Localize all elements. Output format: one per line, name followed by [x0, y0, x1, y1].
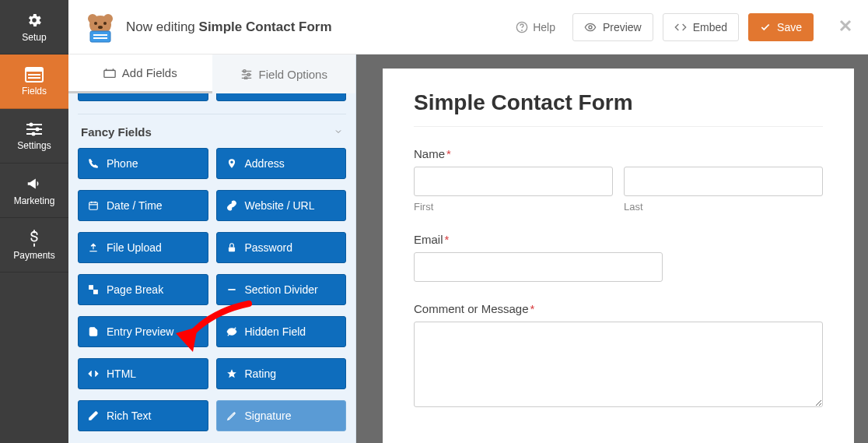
nav-setup-label: Setup [22, 32, 46, 43]
bullhorn-icon [26, 175, 43, 192]
field-file-upload[interactable]: File Upload [78, 232, 208, 263]
calendar-icon [88, 200, 99, 211]
svg-rect-24 [104, 70, 115, 77]
link-icon [226, 200, 237, 211]
help-link[interactable]: Help [508, 21, 563, 33]
save-button[interactable]: Save [748, 13, 814, 41]
field-prev-1[interactable] [78, 93, 208, 101]
eye-off-icon [226, 326, 237, 337]
page-break-icon [88, 284, 99, 295]
field-name[interactable]: Name* First Last [414, 147, 823, 213]
field-entry-preview[interactable]: Entry Preview [78, 316, 208, 347]
svg-rect-42 [94, 290, 98, 294]
field-datetime[interactable]: Date / Time [78, 190, 208, 221]
svg-rect-34 [89, 202, 98, 209]
field-html[interactable]: HTML [78, 358, 208, 389]
left-nav: Setup Fields Settings Marketing Payments [0, 0, 68, 443]
panel-tabs: Add Fields Field Options [68, 54, 355, 93]
svg-point-14 [103, 22, 107, 25]
svg-point-7 [36, 127, 40, 131]
nav-fields[interactable]: Fields [0, 54, 68, 109]
gear-icon [26, 12, 43, 29]
form-title: Simple Contact Form [414, 90, 823, 115]
sliders-icon [26, 121, 43, 137]
fields-panel: Add Fields Field Options Fancy Fields [68, 54, 356, 443]
input-first-name[interactable] [414, 167, 613, 196]
input-comment[interactable] [414, 322, 823, 407]
field-section-divider[interactable]: Section Divider [216, 274, 347, 305]
edit-icon [88, 410, 99, 421]
pencil-icon [226, 410, 237, 421]
input-last-name[interactable] [624, 167, 823, 196]
input-email[interactable] [414, 252, 663, 282]
code-icon [674, 21, 687, 33]
svg-marker-48 [227, 369, 236, 378]
sublabel-last: Last [624, 201, 823, 213]
field-signature[interactable]: Signature [216, 400, 347, 431]
field-comment-label: Comment or Message* [414, 302, 823, 315]
nav-fields-label: Fields [22, 86, 47, 97]
field-phone[interactable]: Phone [78, 148, 208, 179]
canvas-gutter [356, 54, 383, 443]
dollar-icon [26, 230, 42, 247]
field-address[interactable]: Address [216, 148, 347, 179]
header: Now editing Simple Contact Form Help Pre… [68, 0, 868, 54]
nav-settings-label: Settings [17, 140, 51, 151]
nav-settings[interactable]: Settings [0, 109, 68, 163]
field-email[interactable]: Email* [414, 233, 823, 282]
field-comment[interactable]: Comment or Message* [414, 302, 823, 410]
field-page-break[interactable]: Page Break [78, 274, 208, 305]
doc-icon [88, 326, 99, 337]
sublabel-first: First [414, 201, 613, 213]
nav-payments-label: Payments [13, 250, 54, 261]
help-icon [516, 21, 528, 33]
form-preview-area: Simple Contact Form Name* First [383, 54, 868, 443]
minus-icon [226, 284, 237, 295]
field-rich-text[interactable]: Rich Text [78, 400, 208, 431]
svg-rect-1 [26, 68, 43, 72]
svg-point-15 [98, 26, 103, 29]
svg-rect-40 [228, 247, 234, 251]
pin-icon [226, 158, 237, 169]
chevron-down-icon [334, 125, 343, 139]
category-fancy-fields[interactable]: Fancy Fields [78, 114, 346, 148]
nav-payments[interactable]: Payments [0, 218, 68, 272]
svg-point-5 [30, 122, 33, 126]
field-url[interactable]: Website / URL [216, 190, 347, 221]
field-password[interactable]: Password [216, 232, 347, 263]
nav-setup[interactable]: Setup [0, 0, 68, 54]
embed-button[interactable]: Embed [663, 13, 739, 41]
phone-icon [88, 158, 99, 169]
svg-point-21 [589, 26, 592, 29]
field-rating[interactable]: Rating [216, 358, 347, 389]
eye-icon [584, 21, 597, 33]
preview-button[interactable]: Preview [572, 13, 653, 41]
fields-icon [25, 67, 44, 83]
svg-point-9 [32, 132, 36, 135]
form-canvas[interactable]: Simple Contact Form Name* First [383, 69, 854, 443]
nav-marketing[interactable]: Marketing [0, 163, 68, 218]
logo [84, 11, 117, 44]
close-icon [838, 19, 852, 33]
bear-logo-icon [84, 11, 117, 44]
svg-point-13 [94, 22, 97, 25]
svg-rect-41 [89, 286, 93, 290]
svg-rect-16 [90, 31, 110, 42]
check-icon [760, 22, 771, 33]
field-prev-2[interactable] [216, 93, 347, 101]
close-button[interactable] [838, 19, 852, 35]
lock-icon [226, 242, 237, 253]
code-icon [88, 368, 99, 379]
tab-add-fields[interactable]: Add Fields [68, 54, 212, 93]
upload-icon [88, 242, 99, 253]
add-fields-icon [103, 68, 116, 79]
form-divider [414, 126, 823, 127]
star-icon [226, 368, 237, 379]
tab-field-options[interactable]: Field Options [212, 54, 356, 93]
svg-point-20 [522, 30, 523, 30]
nav-marketing-label: Marketing [14, 195, 55, 206]
page-title: Now editing Simple Contact Form [126, 19, 332, 35]
field-email-label: Email* [414, 233, 823, 246]
field-options-icon [240, 69, 253, 79]
field-hidden[interactable]: Hidden Field [216, 316, 347, 347]
